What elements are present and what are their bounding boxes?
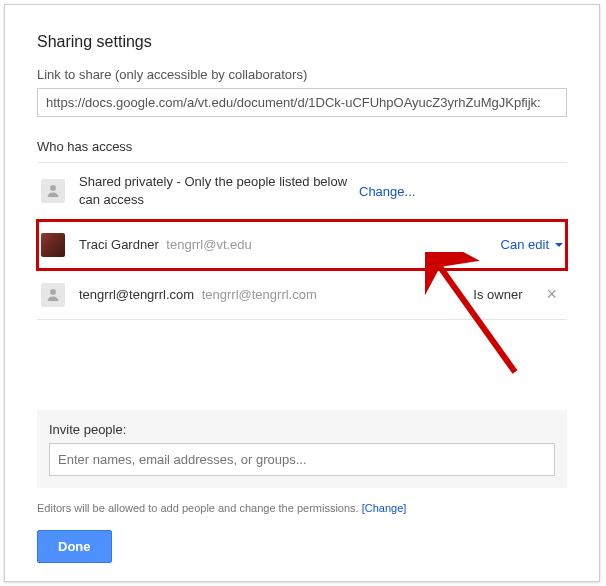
invite-input[interactable] [49,443,555,476]
remove-user-button[interactable]: × [540,284,563,305]
user-email: tengrrl@vt.edu [166,237,251,252]
invite-label: Invite people: [49,422,555,437]
svg-point-0 [50,185,56,191]
avatar [41,283,65,307]
privacy-text: Shared privately - Only the people liste… [79,173,359,209]
done-button[interactable]: Done [37,530,112,563]
user-row-traci: Traci Gardner tengrrl@vt.edu Can edit [37,220,567,270]
change-privacy-link[interactable]: Change... [359,184,415,199]
change-editor-permission-link[interactable]: [Change] [362,502,407,514]
user-info: tengrrl@tengrrl.com tengrrl@tengrrl.com [79,286,473,304]
invite-section: Invite people: [37,410,567,488]
user-email: tengrrl@tengrrl.com [202,287,317,302]
user-name: tengrrl@tengrrl.com [79,287,194,302]
privacy-icon [41,179,65,203]
privacy-row: Shared privately - Only the people liste… [37,163,567,220]
user-info: Traci Gardner tengrrl@vt.edu [79,236,501,254]
who-has-access-label: Who has access [37,139,567,154]
sharing-settings-dialog: Sharing settings Link to share (only acc… [4,4,600,582]
avatar [41,233,65,257]
access-list: Shared privately - Only the people liste… [37,162,567,320]
permission-label: Can edit [501,237,549,252]
chevron-down-icon [555,243,563,247]
note-text: Editors will be allowed to add people an… [37,502,362,514]
owner-status: Is owner [473,287,522,302]
link-to-share-label: Link to share (only accessible by collab… [37,67,567,82]
user-name: Traci Gardner [79,237,159,252]
svg-point-1 [50,289,56,295]
dialog-title: Sharing settings [37,33,567,51]
user-row-owner: tengrrl@tengrrl.com tengrrl@tengrrl.com … [37,270,567,320]
editors-permission-note: Editors will be allowed to add people an… [37,502,567,514]
permission-dropdown[interactable]: Can edit [501,237,563,252]
link-to-share-input[interactable] [37,88,567,117]
